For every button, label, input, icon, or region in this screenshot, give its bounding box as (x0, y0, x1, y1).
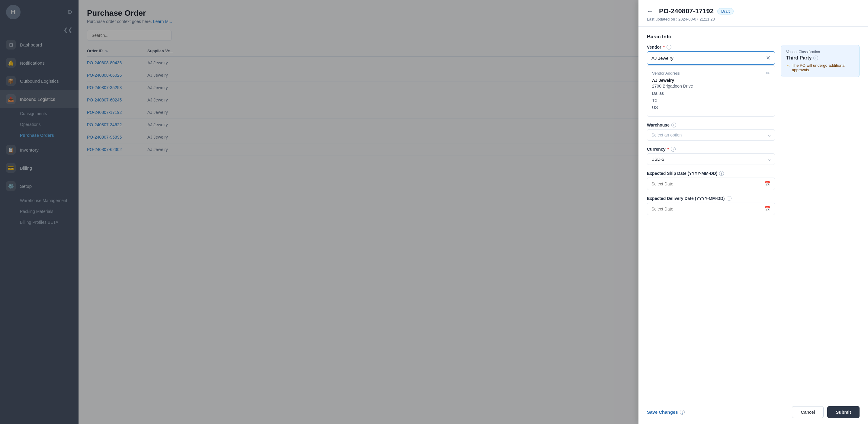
vc-info-icon[interactable]: i (813, 56, 818, 60)
panel-header: ← PO-240807-17192 Draft Last updated on … (639, 0, 868, 27)
vendor-clear-button[interactable]: ✕ (766, 55, 770, 61)
vendor-info-icon[interactable]: i (666, 45, 672, 50)
delivery-date-info-icon[interactable]: i (727, 196, 732, 201)
save-info-icon[interactable]: i (680, 410, 685, 415)
chevron-down-icon: ⌵ (768, 132, 770, 138)
delivery-date-field-group: Expected Delivery Date (YYYY-MM-DD) i 📅 (647, 196, 775, 215)
vendor-input[interactable]: AJ Jewelry ✕ (647, 51, 775, 65)
vendor-address-name: AJ Jewelry (652, 78, 770, 83)
panel-two-col: Vendor * i AJ Jewelry ✕ Vendor Address ✏… (647, 45, 860, 221)
panel-body: Basic Info Vendor * i AJ Jewelry ✕ (639, 27, 868, 400)
vendor-label: Vendor * i (647, 45, 775, 50)
vendor-address-card: Vendor Address ✏ AJ Jewelry 2700 Brigado… (647, 65, 775, 117)
calendar-icon: 📅 (765, 181, 770, 187)
submit-button[interactable]: Submit (827, 406, 860, 418)
panel-footer: Save Changes i Cancel Submit (639, 400, 868, 424)
vc-warning-text: The PO will undergo additional approvals… (792, 63, 855, 72)
vc-warning: ⚠ The PO will undergo additional approva… (786, 63, 855, 72)
footer-actions: Cancel Submit (792, 406, 860, 418)
basic-info-section-title: Basic Info (647, 34, 860, 40)
required-indicator: * (667, 147, 669, 152)
panel-title-row: ← PO-240807-17192 Draft (647, 7, 860, 15)
back-button[interactable]: ← (647, 8, 653, 15)
ship-date-input[interactable]: 📅 (647, 178, 775, 190)
draft-status-badge: Draft (717, 8, 734, 14)
delivery-date-label: Expected Delivery Date (YYYY-MM-DD) i (647, 196, 775, 201)
warning-icon: ⚠ (786, 63, 790, 68)
delivery-date-field[interactable] (651, 207, 765, 211)
warehouse-info-icon[interactable]: i (672, 123, 676, 127)
warehouse-select[interactable]: Select an option ⌵ (647, 129, 775, 141)
vendor-address-edit-button[interactable]: ✏ (766, 70, 770, 76)
panel-title: PO-240807-17192 (659, 7, 714, 15)
currency-label: Currency * i (647, 147, 775, 152)
warehouse-label: Warehouse i (647, 123, 775, 127)
required-indicator: * (663, 45, 664, 50)
save-changes-button[interactable]: Save Changes i (647, 410, 685, 415)
calendar-icon: 📅 (765, 206, 770, 212)
currency-info-icon[interactable]: i (671, 147, 676, 152)
currency-select[interactable]: USD-$ ⌵ (647, 153, 775, 165)
chevron-down-icon: ⌵ (768, 157, 770, 161)
ship-date-info-icon[interactable]: i (719, 171, 724, 176)
vendor-value: AJ Jewelry (651, 56, 766, 61)
side-panel: ← PO-240807-17192 Draft Last updated on … (639, 0, 868, 424)
vendor-field-group: Vendor * i AJ Jewelry ✕ Vendor Address ✏… (647, 45, 775, 117)
vc-label: Vendor Classification (786, 50, 855, 54)
ship-date-field[interactable] (651, 182, 765, 186)
currency-field-group: Currency * i USD-$ ⌵ (647, 147, 775, 165)
vendor-address-label: Vendor Address ✏ (652, 70, 770, 76)
vendor-classification-card: Vendor Classification Third Party i ⚠ Th… (781, 45, 860, 77)
warehouse-field-group: Warehouse i Select an option ⌵ (647, 123, 775, 141)
panel-left-col: Vendor * i AJ Jewelry ✕ Vendor Address ✏… (647, 45, 775, 221)
vc-type: Third Party i (786, 55, 855, 61)
ship-date-field-group: Expected Ship Date (YYYY-MM-DD) i 📅 (647, 171, 775, 190)
delivery-date-input[interactable]: 📅 (647, 203, 775, 215)
vendor-address-city: Dallas (652, 90, 770, 97)
cancel-button[interactable]: Cancel (792, 406, 824, 418)
panel-last-updated: Last updated on : 2024-08-07 21:11:28 (647, 17, 860, 22)
vendor-address-country: US (652, 104, 770, 112)
vendor-address-state: TX (652, 97, 770, 104)
ship-date-label: Expected Ship Date (YYYY-MM-DD) i (647, 171, 775, 176)
vendor-address-street: 2700 Brigadoon Drive (652, 83, 770, 90)
